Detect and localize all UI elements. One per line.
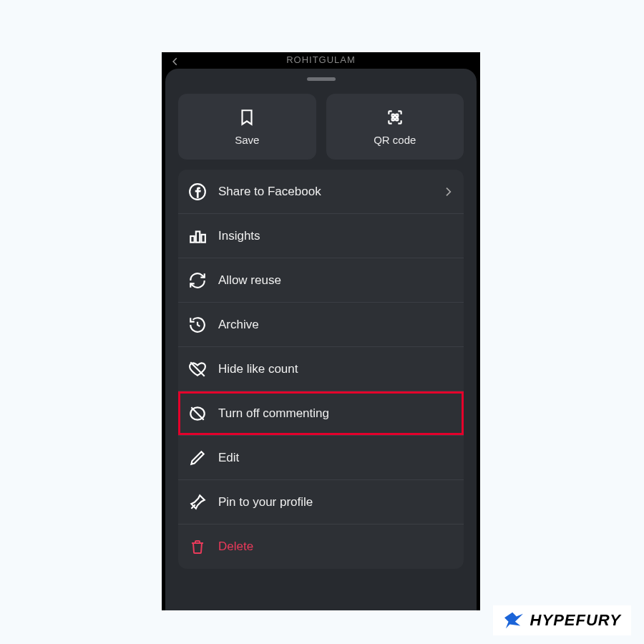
- save-button[interactable]: Save: [178, 94, 316, 160]
- svg-rect-2: [391, 118, 394, 120]
- archive-item[interactable]: Archive: [178, 303, 464, 347]
- menu-list: Share to Facebook Insights Allow reuse: [178, 170, 464, 569]
- bookmark-icon: [238, 108, 256, 127]
- top-button-row: Save QR code: [165, 94, 477, 170]
- qr-code-button[interactable]: QR code: [326, 94, 464, 160]
- phone-header: ROHITGULAM: [162, 52, 480, 65]
- bottom-sheet: Save QR code Share to F: [165, 69, 477, 610]
- archive-icon: [188, 316, 207, 334]
- qr-code-icon: [386, 108, 404, 127]
- svg-rect-6: [196, 231, 200, 242]
- archive-label: Archive: [218, 318, 259, 332]
- insights-item[interactable]: Insights: [178, 214, 464, 258]
- hypefury-bird-icon: [503, 611, 525, 630]
- pin-profile-label: Pin to your profile: [218, 495, 313, 509]
- phone-frame: ROHITGULAM Save QR code: [162, 52, 480, 610]
- reuse-icon: [188, 271, 207, 290]
- svg-rect-1: [396, 114, 398, 116]
- edit-label: Edit: [218, 451, 239, 465]
- sheet-grabber[interactable]: [307, 77, 336, 81]
- edit-icon: [188, 449, 207, 467]
- qr-label: QR code: [374, 134, 416, 146]
- header-username: ROHITGULAM: [286, 54, 356, 65]
- trash-icon: [188, 537, 207, 556]
- turn-off-commenting-item[interactable]: Turn off commenting: [178, 391, 464, 436]
- hide-like-label: Hide like count: [218, 362, 298, 376]
- delete-label: Delete: [218, 540, 253, 554]
- svg-rect-3: [396, 118, 398, 120]
- share-facebook-item[interactable]: Share to Facebook: [178, 170, 464, 214]
- insights-label: Insights: [218, 229, 260, 243]
- back-chevron-icon[interactable]: [170, 57, 180, 67]
- edit-item[interactable]: Edit: [178, 436, 464, 480]
- hide-like-icon: [188, 360, 207, 379]
- save-label: Save: [235, 134, 259, 146]
- comment-off-icon: [188, 404, 207, 423]
- svg-rect-5: [190, 236, 194, 243]
- hide-like-count-item[interactable]: Hide like count: [178, 347, 464, 391]
- allow-reuse-item[interactable]: Allow reuse: [178, 258, 464, 303]
- pin-icon: [188, 493, 207, 512]
- svg-rect-7: [201, 234, 205, 242]
- hypefury-text: HYPEFURY: [530, 611, 621, 630]
- pin-profile-item[interactable]: Pin to your profile: [178, 480, 464, 525]
- allow-reuse-label: Allow reuse: [218, 273, 281, 288]
- turn-off-commenting-label: Turn off commenting: [218, 406, 329, 421]
- svg-rect-0: [391, 114, 394, 116]
- chevron-right-icon: [442, 186, 454, 197]
- facebook-icon: [188, 182, 207, 201]
- share-facebook-label: Share to Facebook: [218, 185, 321, 199]
- delete-item[interactable]: Delete: [178, 525, 464, 569]
- insights-icon: [188, 227, 207, 245]
- hypefury-watermark: HYPEFURY: [493, 605, 631, 635]
